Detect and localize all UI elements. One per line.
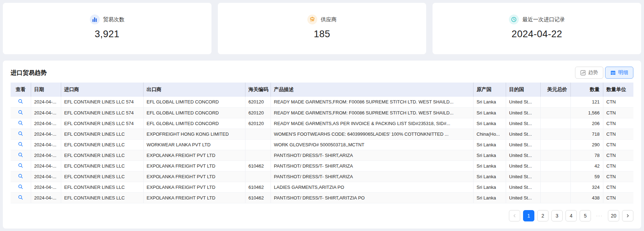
date-cell: 2024-04-...: [31, 97, 61, 107]
exporter-cell: EXPOFREIGHT HONG KONG LIMITED: [143, 129, 245, 139]
date-cell: 2024-04-...: [31, 182, 61, 192]
stat-card-value: 2024-04-22: [512, 29, 562, 40]
view-toggle-group: 趋势 明细: [575, 67, 633, 79]
destination-country-cell: United St...: [506, 107, 540, 118]
quantity-cell: 1,566: [570, 107, 603, 118]
page-button-4[interactable]: 4: [565, 210, 577, 221]
col-header-description: 产品描述: [271, 83, 473, 97]
origin-country-cell: China(Ho...: [473, 129, 506, 139]
unit-cell: CTN: [603, 150, 633, 160]
table-header-row: 查看 日期 进口商 出口商 海关编码 产品描述 原产国 目的国 美元总价 数量 …: [11, 83, 633, 97]
quantity-cell: 324: [570, 182, 603, 192]
exporter-cell: EFL GLOBAL LIMITED CONCORD: [143, 97, 245, 107]
importer-cell: EFL CONTAINER LINES LLC: [61, 160, 143, 171]
exporter-cell: EXPOLANKA FREIGHT PVT LTD: [143, 192, 245, 203]
search-icon[interactable]: [18, 174, 23, 179]
trend-view-button[interactable]: 趋势: [575, 67, 603, 79]
description-cell: PANT/SHOT/ DRESS/T- SHIRT,ARIZA: [271, 150, 473, 160]
page-button-20[interactable]: 20: [608, 210, 619, 221]
usd-total-cell: [540, 97, 570, 107]
importer-cell: EFL CONTAINER LINES LLC: [61, 139, 143, 150]
table-row: 2024-04-... EFL CONTAINER LINES LLC EXPO…: [11, 192, 633, 203]
table-row: 2024-04-... EFL CONTAINER LINES LLC WORK…: [11, 139, 633, 150]
detail-view-label: 明细: [618, 69, 628, 76]
exporter-cell: EXPOLANKA FREIGHT PVT LTD: [143, 150, 245, 160]
quantity-cell: 438: [570, 192, 603, 203]
view-cell: [11, 97, 31, 107]
col-header-quantity: 数量: [570, 83, 603, 97]
import-trend-panel: 进口贸易趋势 趋势 明细: [3, 61, 641, 229]
view-cell: [11, 139, 31, 150]
hs-code-cell: 610462: [245, 182, 271, 192]
view-cell: [11, 182, 31, 192]
destination-country-cell: United St...: [506, 129, 540, 139]
origin-country-cell: Sri Lanka: [473, 160, 506, 171]
page-button-5[interactable]: 5: [580, 210, 591, 221]
stat-card-suppliers: 供应商 185: [218, 3, 427, 54]
origin-country-cell: Sri Lanka: [473, 150, 506, 160]
quantity-cell: 290: [570, 139, 603, 150]
col-header-date: 日期: [31, 83, 61, 97]
usd-total-cell: [540, 118, 570, 129]
quantity-cell: 78: [570, 150, 603, 160]
unit-cell: CTN: [603, 107, 633, 118]
detail-view-button[interactable]: 明细: [605, 67, 633, 79]
next-page-button[interactable]: [622, 210, 633, 221]
destination-country-cell: United St...: [506, 139, 540, 150]
stat-card-label: 贸易次数: [103, 16, 124, 23]
page-button-1[interactable]: 1: [523, 210, 534, 221]
destination-country-cell: United St...: [506, 150, 540, 160]
date-cell: 2024-04-...: [31, 129, 61, 139]
exporter-cell: EFL GLOBAL LIMITED CONCORD: [143, 118, 245, 129]
importer-cell: EFL CONTAINER LINES LLC: [61, 129, 143, 139]
table-row: 2024-04-... EFL CONTAINER LINES LLC EXPO…: [11, 160, 633, 171]
hs-code-cell: [245, 139, 271, 150]
search-icon[interactable]: [18, 184, 23, 189]
hs-code-cell: 610462: [245, 192, 271, 203]
usd-total-cell: [540, 171, 570, 182]
stat-cards: 贸易次数 3,921 供应商 185: [3, 3, 641, 54]
page-button-2[interactable]: 2: [537, 210, 549, 221]
search-icon[interactable]: [18, 195, 23, 200]
exporter-cell: EXPOLANKA FREIGHT PVT LTD: [143, 160, 245, 171]
stat-card-label: 最近一次进口记录: [522, 16, 565, 23]
search-icon[interactable]: [18, 152, 23, 157]
hs-code-cell: 620120: [245, 97, 271, 107]
col-header-origin: 原产国: [473, 83, 506, 97]
clock-icon: [509, 15, 519, 24]
usd-total-cell: [540, 107, 570, 118]
view-cell: [11, 192, 31, 203]
date-cell: 2024-04-...: [31, 160, 61, 171]
unit-cell: CTN: [603, 139, 633, 150]
origin-country-cell: Sri Lanka: [473, 182, 506, 192]
date-cell: 2024-04-...: [31, 139, 61, 150]
date-cell: 2024-04-...: [31, 150, 61, 160]
origin-country-cell: Sri Lanka: [473, 171, 506, 182]
usd-total-cell: [540, 182, 570, 192]
page-button-3[interactable]: 3: [551, 210, 563, 221]
origin-country-cell: Sri Lanka: [473, 139, 506, 150]
hs-code-cell: [245, 150, 271, 160]
date-cell: 2024-04-...: [31, 192, 61, 203]
search-icon[interactable]: [18, 110, 23, 115]
table-row: 2024-04-... EFL CONTAINER LINES LLC EXPO…: [11, 150, 633, 160]
quantity-cell: 718: [570, 129, 603, 139]
search-icon[interactable]: [18, 142, 23, 147]
importer-cell: EFL CONTAINER LINES LLC: [61, 150, 143, 160]
destination-country-cell: United St...: [506, 182, 540, 192]
search-icon[interactable]: [18, 120, 23, 125]
bar-chart-icon: [90, 15, 100, 24]
exporter-cell: EXPOLANKA FREIGHT PVT LTD: [143, 171, 245, 182]
stat-card-label: 供应商: [321, 16, 337, 23]
usd-total-cell: [540, 129, 570, 139]
hs-code-cell: 610462: [245, 160, 271, 171]
search-icon[interactable]: [18, 163, 23, 168]
description-cell: PANT/SHOT/ DRESS/T- SHIRT,ARIZA: [271, 171, 473, 182]
supplier-icon: [307, 15, 317, 24]
search-icon[interactable]: [18, 131, 23, 136]
description-cell: WORK GLOVESP/O# 5000503718,,MCTNT: [271, 139, 473, 150]
quantity-cell: 121: [570, 97, 603, 107]
date-cell: 2024-04-...: [31, 118, 61, 129]
search-icon[interactable]: [18, 99, 23, 104]
prev-page-button[interactable]: [509, 210, 520, 221]
